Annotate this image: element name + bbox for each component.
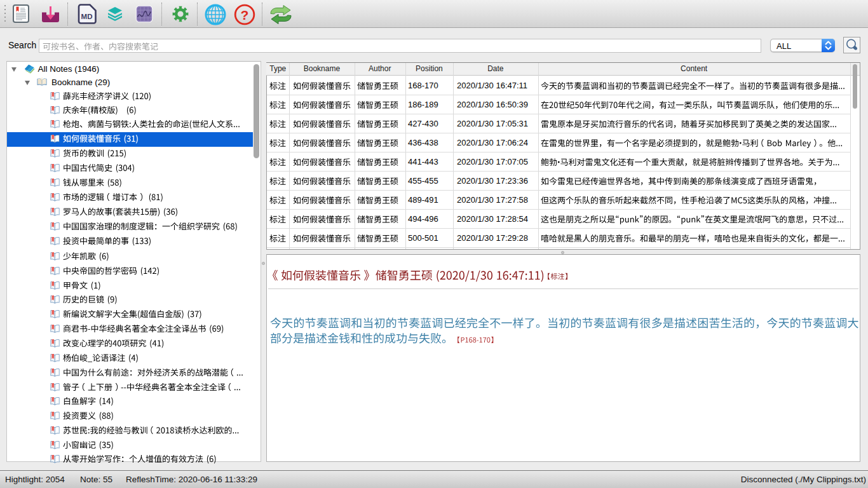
svg-text:MD: MD (81, 13, 93, 20)
svg-text:?: ? (241, 8, 249, 22)
